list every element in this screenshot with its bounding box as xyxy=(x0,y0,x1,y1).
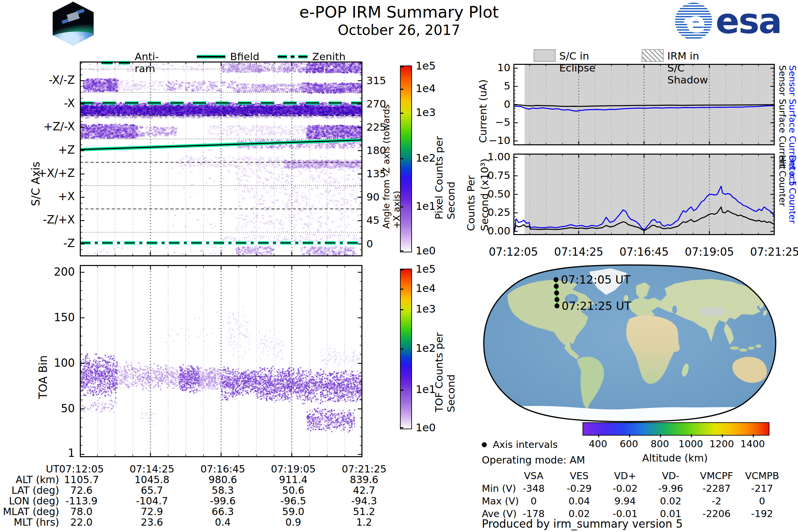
detect-counter-label: Detect Counter xyxy=(787,155,798,224)
time-tick-label: 07:14:25 xyxy=(542,247,615,258)
eph-cell: 58.3 xyxy=(186,484,259,496)
angle-axis-title: Angle from -Z axis (towards +X axis) xyxy=(381,89,402,229)
spec-axis-tick-label: +Z xyxy=(13,145,75,155)
pixel-cb-label: 1e3 xyxy=(416,107,436,118)
volt-cell: 0.04 xyxy=(554,495,604,507)
spec-axis-tick-label: -Z/+X xyxy=(13,214,75,225)
volt-cell: -192 xyxy=(737,508,787,519)
volt-cell: 0 xyxy=(737,495,787,507)
spec-axis-tick-label: -Z xyxy=(13,238,75,249)
volt-col-header: VMCPF xyxy=(691,470,741,481)
eph-cell: 59.0 xyxy=(257,506,330,517)
current-ytick: 0 xyxy=(479,99,510,109)
volt-cell: -348 xyxy=(509,483,558,494)
current-plot xyxy=(513,64,775,145)
legend-line-segment xyxy=(291,55,294,58)
eph-cell: 42.7 xyxy=(327,484,401,496)
sensor-surface-current-label: Sensor Surface Current xyxy=(777,65,788,170)
axis-intervals-label: Axis intervals xyxy=(493,439,557,450)
time-tick-label: 07:16:45 xyxy=(607,247,681,258)
alt-tick xyxy=(722,434,723,437)
counts-plot xyxy=(513,154,775,235)
volt-cell: -9.96 xyxy=(646,483,696,494)
tof-cb-label: 1e3 xyxy=(416,304,436,314)
esa-e-glyph: e xyxy=(686,6,706,39)
eph-cell: 72.9 xyxy=(115,506,189,517)
angle-tick-label: 180 xyxy=(366,145,386,156)
angle-tick-label: 90 xyxy=(366,191,379,202)
eclipse-fill-icon xyxy=(534,49,556,62)
alt-tick xyxy=(598,434,599,437)
volt-col-header: VD+ xyxy=(600,470,650,481)
counts-ylabel-line1: Counts Per xyxy=(465,158,477,231)
legend-line-segment xyxy=(298,55,307,58)
eph-cell: 51.2 xyxy=(327,506,401,517)
track-start-label: 07:12:05 UT xyxy=(561,273,630,286)
angle-tick-label: 45 xyxy=(366,215,379,225)
world-map: 07:12:05 UT 07:21:25 UT xyxy=(478,264,782,422)
map-caspian xyxy=(672,306,677,314)
eph-cell: 22.0 xyxy=(45,516,118,528)
angle-tick-label: 270 xyxy=(366,98,386,109)
tof-cb-label: 1e0 xyxy=(416,422,436,433)
tof-cb-label-tick xyxy=(400,309,403,310)
operating-mode-label: Operating mode: AM xyxy=(482,454,585,466)
volt-col-header: VCMPB xyxy=(737,470,787,481)
eph-cell: 839.6 xyxy=(327,474,401,486)
counts-ytick: 0.75 xyxy=(475,170,510,180)
hatch-fill-icon xyxy=(642,49,664,62)
pixel-cb-label-tick xyxy=(400,250,403,251)
legend-line-segment xyxy=(278,55,287,58)
pixel-cb-label-tick xyxy=(400,89,403,90)
legend-item-bfield: Bfield xyxy=(197,51,259,62)
eph-cell: 07:16:45 xyxy=(186,463,259,475)
eph-cell: -113.9 xyxy=(45,495,118,507)
tof-cb-label-tick xyxy=(400,289,403,290)
eph-cell: 72.6 xyxy=(45,484,118,496)
hit-counter-label: Hit Counter xyxy=(777,155,788,207)
spectrogram-plot xyxy=(80,61,362,256)
eph-cell: 50.6 xyxy=(257,484,330,496)
eph-cell: 78.0 xyxy=(45,506,118,517)
angle-tick-label: 0 xyxy=(366,239,373,249)
volt-cell: 0.01 xyxy=(646,508,696,519)
tof-colorbar-title: TOF Counts per Second xyxy=(433,292,457,412)
toa-tick-label: 200 xyxy=(40,267,75,277)
time-tick-label: 07:19:05 xyxy=(673,247,746,258)
map-himalaya xyxy=(699,307,726,316)
counts-ytick: 0.25 xyxy=(475,207,510,217)
volt-col-header: VD- xyxy=(646,470,696,481)
dashdot-line-icon xyxy=(278,55,307,58)
map-layers: 07:12:05 UT 07:21:25 UT xyxy=(478,264,782,422)
eph-cell: 1.2 xyxy=(327,516,401,528)
time-tick-label: 07:12:05 xyxy=(477,247,550,258)
alt-tick xyxy=(660,434,661,437)
tof-cb-label: 1e1 xyxy=(416,384,436,395)
toa-tick-label: 100 xyxy=(40,358,75,368)
spec-axis-tick-label: +Z/-X xyxy=(13,121,75,132)
legend-line-segment xyxy=(197,55,225,58)
esa-logo-text: esa xyxy=(716,1,781,41)
dashed-line-icon xyxy=(101,61,130,64)
eph-cell: 0.9 xyxy=(257,516,330,528)
angle-tick-label: 315 xyxy=(366,75,386,86)
toa-plot xyxy=(80,265,362,457)
map-new-zealand xyxy=(772,378,777,390)
legend-item-anti-ram: Anti-ram xyxy=(101,51,159,75)
eph-cell: 911.4 xyxy=(257,474,330,486)
pixel-colorbar-title: Pixel Counts per Second xyxy=(433,100,457,220)
altitude-colorbar-title: Altitude (km) xyxy=(608,452,741,464)
toa-tick-label: 1 xyxy=(40,448,75,458)
pixel-cb-label-tick xyxy=(400,207,403,208)
spec-axis-tick-label: +X/+Z xyxy=(13,168,75,178)
epop-irm-summary-page: { "header": {"title": "e-POP IRM Summary… xyxy=(0,0,798,532)
angle-tick-label: 135 xyxy=(366,168,386,179)
eph-cell: 66.3 xyxy=(186,506,259,517)
time-tick-label: 07:21:25 xyxy=(738,247,798,258)
counts-ytick: 0.00 xyxy=(475,225,510,236)
volt-cell: 9.94 xyxy=(600,495,650,507)
spec-axis-tick-label: -X/-Z xyxy=(13,75,75,86)
tof-cb-label: 1e5 xyxy=(416,264,436,274)
current-ytick: 10 xyxy=(479,62,510,73)
altitude-colorbar xyxy=(583,422,770,436)
